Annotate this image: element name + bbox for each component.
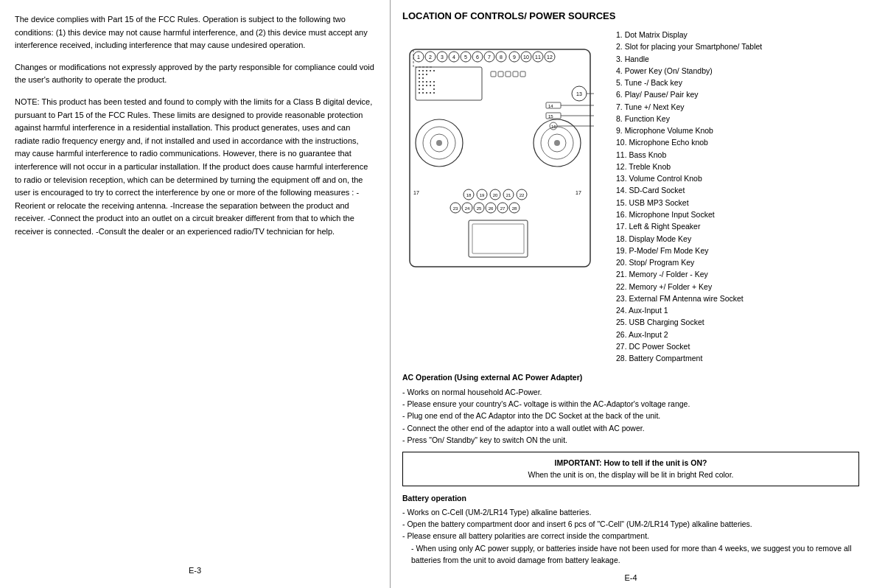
control-item: 10. Microphone Echo knob bbox=[616, 136, 859, 148]
control-item: 28. Battery Compartment bbox=[616, 352, 859, 364]
battery-point: - Works on C-Cell (UM-2/LR14 Type) alkal… bbox=[402, 506, 859, 518]
control-item: 24. Aux-Input 1 bbox=[616, 304, 859, 316]
svg-text:19: 19 bbox=[480, 193, 485, 197]
svg-rect-52 bbox=[430, 92, 431, 94]
svg-text:18: 18 bbox=[466, 193, 472, 197]
right-title: LOCATION OF CONTROLS/ POWER SOURCES bbox=[402, 10, 859, 21]
control-item: 14. SD-Card Socket bbox=[616, 184, 859, 196]
control-item: 1. Dot Matrix Display bbox=[616, 29, 859, 41]
control-item: 18. Display Mode Key bbox=[616, 233, 859, 245]
svg-rect-29 bbox=[430, 70, 431, 71]
svg-rect-41 bbox=[419, 85, 420, 86]
fcc-para1: The device complies with Part 15 of the … bbox=[15, 13, 375, 52]
ac-point: - Press "On/ Standby" key to switch ON t… bbox=[402, 434, 859, 446]
right-panel-top: 1 2 3 4 5 6 7 8 9 10 11 bbox=[402, 29, 859, 364]
svg-rect-51 bbox=[426, 92, 427, 94]
svg-rect-31 bbox=[419, 74, 420, 75]
svg-rect-58 bbox=[520, 71, 525, 77]
control-item: 23. External FM Antenna wire Socket bbox=[616, 293, 859, 304]
svg-text:24: 24 bbox=[465, 206, 470, 211]
svg-text:1: 1 bbox=[417, 55, 420, 60]
control-item: 11. Bass Knob bbox=[616, 149, 859, 161]
svg-text:10: 10 bbox=[523, 55, 529, 60]
svg-rect-42 bbox=[422, 85, 424, 86]
svg-text:15: 15 bbox=[548, 114, 553, 119]
control-item: 16. Microphone Input Socket bbox=[616, 209, 859, 220]
battery-point: - Please ensure all battery polarities a… bbox=[402, 530, 859, 542]
battery-points: - Works on C-Cell (UM-2/LR14 Type) alkal… bbox=[402, 506, 859, 566]
svg-rect-104 bbox=[472, 224, 524, 253]
control-item: 17. Left & Right Speaker bbox=[616, 220, 859, 232]
control-item: 9. Microphone Volume Knob bbox=[616, 125, 859, 136]
svg-text:7: 7 bbox=[488, 55, 491, 60]
control-item: 6. Play/ Pause/ Pair key bbox=[616, 88, 859, 100]
ac-point: - Connect the other end of the adaptor i… bbox=[402, 422, 859, 434]
control-item: 26. Aux-Input 2 bbox=[616, 329, 859, 340]
fcc-para3: NOTE: This product has been tested and f… bbox=[15, 96, 375, 239]
right-bottom-section: AC Operation (Using external AC Power Ad… bbox=[402, 371, 859, 566]
device-diagram: 1 2 3 4 5 6 7 8 9 10 11 bbox=[402, 29, 609, 364]
svg-point-79 bbox=[554, 140, 560, 146]
svg-text:28: 28 bbox=[512, 206, 517, 211]
control-item: 3. Handle bbox=[616, 53, 859, 65]
svg-rect-40 bbox=[433, 81, 435, 83]
svg-text:2: 2 bbox=[429, 55, 432, 60]
svg-text:23: 23 bbox=[453, 206, 458, 211]
svg-rect-34 bbox=[419, 77, 420, 79]
ac-point: - Please ensure your country's AC- volta… bbox=[402, 398, 859, 410]
svg-rect-44 bbox=[430, 85, 431, 86]
svg-text:22: 22 bbox=[520, 193, 525, 197]
control-item: 12. Treble Knob bbox=[616, 161, 859, 172]
svg-text:17: 17 bbox=[576, 190, 581, 195]
device-svg: 1 2 3 4 5 6 7 8 9 10 11 bbox=[402, 29, 601, 279]
svg-rect-49 bbox=[419, 92, 420, 94]
svg-text:4: 4 bbox=[452, 55, 455, 60]
svg-rect-55 bbox=[498, 71, 503, 77]
svg-rect-38 bbox=[426, 81, 427, 83]
control-item: 20. Stop/ Program Key bbox=[616, 256, 859, 268]
svg-rect-37 bbox=[422, 81, 424, 83]
svg-rect-39 bbox=[430, 81, 431, 83]
svg-rect-26 bbox=[419, 70, 420, 71]
ac-title: AC Operation (Using external AC Power Ad… bbox=[402, 371, 859, 383]
svg-text:13: 13 bbox=[576, 91, 582, 97]
svg-rect-50 bbox=[422, 92, 424, 94]
svg-rect-56 bbox=[506, 71, 511, 77]
svg-text:11: 11 bbox=[535, 55, 541, 60]
important-line1: IMPORTANT: How to tell if the unit is ON… bbox=[410, 457, 851, 469]
control-item: 15. USB MP3 Socket bbox=[616, 197, 859, 209]
svg-text:20: 20 bbox=[493, 193, 498, 197]
control-item: 4. Power Key (On/ Standby) bbox=[616, 65, 859, 77]
control-item: 13. Volume Control Knob bbox=[616, 172, 859, 184]
battery-title: Battery operation bbox=[402, 492, 859, 504]
svg-text:12: 12 bbox=[547, 55, 553, 60]
svg-rect-30 bbox=[433, 70, 435, 71]
left-text-block: The device complies with Part 15 of the … bbox=[15, 13, 375, 248]
svg-rect-45 bbox=[433, 85, 435, 86]
svg-rect-36 bbox=[419, 81, 420, 83]
svg-rect-43 bbox=[426, 85, 427, 86]
svg-rect-28 bbox=[426, 70, 427, 71]
svg-text:14: 14 bbox=[548, 104, 553, 108]
controls-container: 1. Dot Matrix Display2. Slot for placing… bbox=[616, 29, 859, 364]
svg-text:8: 8 bbox=[500, 55, 503, 60]
fcc-para2: Changes or modifications not expressly a… bbox=[15, 61, 375, 87]
important-line2: When the unit is on, the display will be… bbox=[528, 470, 734, 479]
control-item: 25. USB Charging Socket bbox=[616, 316, 859, 328]
right-panel: LOCATION OF CONTROLS/ POWER SOURCES 1 2 … bbox=[391, 0, 871, 588]
svg-rect-33 bbox=[426, 74, 427, 75]
ac-points: - Works on normal household AC-Power.- P… bbox=[402, 386, 859, 446]
svg-text:5: 5 bbox=[464, 55, 467, 60]
svg-text:27: 27 bbox=[500, 206, 506, 211]
svg-rect-47 bbox=[422, 88, 424, 90]
control-item: 7. Tune +/ Next Key bbox=[616, 101, 859, 113]
svg-text:3: 3 bbox=[441, 55, 444, 60]
control-item: 27. DC Power Socket bbox=[616, 340, 859, 352]
left-panel: The device complies with Part 15 of the … bbox=[0, 0, 391, 588]
control-item: 2. Slot for placing your Smartphone/ Tab… bbox=[616, 41, 859, 52]
ac-point: - Works on normal household AC-Power. bbox=[402, 386, 859, 398]
svg-rect-57 bbox=[513, 71, 518, 77]
important-box: IMPORTANT: How to tell if the unit is ON… bbox=[402, 452, 859, 486]
svg-rect-53 bbox=[433, 92, 435, 94]
svg-rect-46 bbox=[419, 88, 420, 90]
